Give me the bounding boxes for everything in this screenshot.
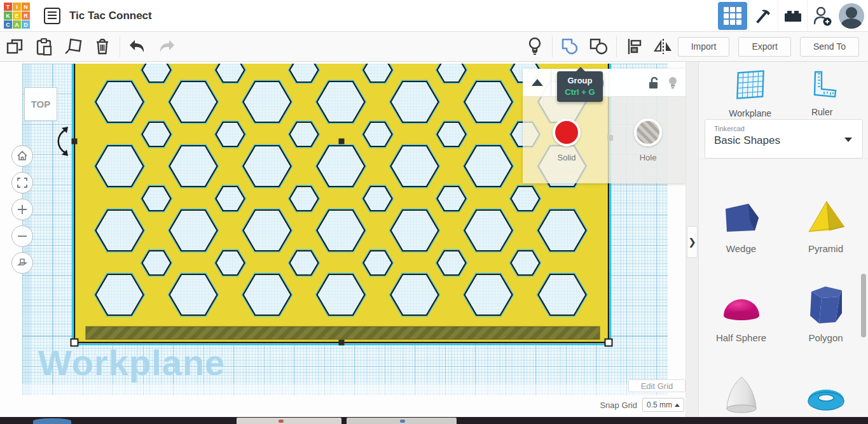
tinkercad-logo[interactable]: TIN KER CAD — [4, 3, 30, 29]
polygon-icon — [805, 283, 847, 327]
shape-torus[interactable]: Torus — [805, 348, 847, 424]
top-bar: TIN KER CAD Tic Tac Connect — [0, 0, 868, 32]
paraboloid-icon — [720, 374, 762, 416]
align-icon[interactable] — [623, 36, 645, 57]
duplicate-icon[interactable] — [62, 36, 84, 57]
shape-half-sphere[interactable]: Half Sphere — [716, 259, 766, 348]
design-menu-icon[interactable] — [44, 8, 60, 24]
shape-inspector: Shapes (2) Solid Hole — [523, 69, 685, 183]
ruler-icon — [806, 69, 838, 101]
workplane-tool[interactable]: Workplane — [729, 67, 771, 118]
pyramid-icon — [805, 199, 847, 238]
caret-down-icon — [844, 138, 852, 142]
shape-gallery: Wedge Pyramid Half Sph — [699, 164, 868, 417]
invite-person-icon[interactable] — [807, 0, 836, 31]
solid-option[interactable]: Solid — [523, 97, 610, 183]
workplane-toggle-button[interactable] — [11, 252, 33, 274]
design-canvas[interactable]: Workplane TOP — [0, 62, 685, 417]
dashboard-grid-icon[interactable] — [718, 2, 747, 30]
redo-icon[interactable] — [156, 36, 177, 57]
design-title[interactable]: Tic Tac Connect — [69, 10, 152, 22]
torus-icon — [805, 385, 847, 416]
zoom-in-button[interactable] — [11, 199, 33, 220]
collapse-arrow-icon[interactable] — [532, 79, 543, 86]
ruler-tool[interactable]: Ruler — [806, 69, 838, 117]
sidebar-collapse-tab[interactable]: ❯ — [687, 226, 698, 258]
export-button[interactable]: Export — [738, 37, 790, 57]
ungroup-icon[interactable] — [588, 36, 610, 57]
show-all-icon[interactable] — [524, 36, 546, 57]
snap-grid-label: Snap Grid — [600, 400, 637, 410]
shape-library-select[interactable]: Tinkercad Basic Shapes — [705, 119, 863, 159]
undo-icon[interactable] — [127, 36, 148, 57]
zoom-out-button[interactable] — [11, 225, 33, 247]
shape-polygon[interactable]: Polygon — [805, 259, 847, 348]
shapes-sidebar: Workplane Ruler Tinkercad Basic Shapes — [698, 62, 868, 417]
home-view-button[interactable] — [11, 145, 33, 167]
grid-tiles — [724, 7, 741, 25]
edit-grid-button[interactable]: Edit Grid — [628, 379, 685, 392]
workplane-icon — [733, 67, 768, 102]
sidebar-scrollbar[interactable] — [861, 274, 866, 337]
wedge-icon — [720, 199, 762, 238]
unlock-icon[interactable] — [647, 76, 660, 90]
delete-icon[interactable] — [92, 36, 113, 57]
brick-icon[interactable] — [778, 0, 807, 31]
hole-swatch[interactable] — [634, 118, 662, 146]
paste-icon[interactable] — [33, 36, 55, 57]
group-tooltip: Group Ctrl + G — [557, 71, 603, 102]
snap-grid-select[interactable]: 0.5 mm — [642, 398, 684, 412]
taskbar-window-fragment — [237, 418, 341, 424]
tinkercad-app: TIN KER CAD Tic Tac Connect — [0, 0, 868, 424]
import-button[interactable]: Import — [678, 37, 730, 57]
shape-paraboloid[interactable]: Paraboloid — [719, 348, 764, 424]
shape-pyramid[interactable]: Pyramid — [805, 170, 847, 259]
minecraft-pickaxe-icon[interactable] — [748, 0, 778, 31]
panel-divider-knob — [607, 135, 613, 141]
rotate-handle[interactable] — [59, 130, 65, 153]
flip-icon[interactable] — [652, 36, 674, 57]
inspector-header: Shapes (2) — [523, 69, 685, 97]
edit-toolbar: Import Export Send To — [0, 32, 868, 62]
half-sphere-icon — [720, 288, 762, 327]
fit-view-button[interactable] — [11, 172, 33, 194]
taskbar-window-fragment — [347, 418, 457, 424]
panel-gap: ❯ — [685, 62, 698, 417]
sendto-button[interactable]: Send To — [800, 37, 859, 57]
view-cube[interactable]: TOP — [24, 87, 57, 121]
solid-color-swatch[interactable] — [553, 118, 581, 146]
group-icon[interactable] — [559, 36, 581, 57]
copy-icon[interactable] — [4, 36, 25, 57]
os-taskbar[interactable] — [0, 417, 868, 424]
account-avatar[interactable] — [839, 3, 864, 29]
hole-option[interactable]: Hole — [610, 97, 685, 183]
shape-wedge[interactable]: Wedge — [720, 170, 762, 259]
hide-lightbulb-icon[interactable] — [668, 76, 678, 90]
taskbar-app-fragment — [33, 418, 71, 424]
caret-up-icon — [675, 404, 680, 407]
